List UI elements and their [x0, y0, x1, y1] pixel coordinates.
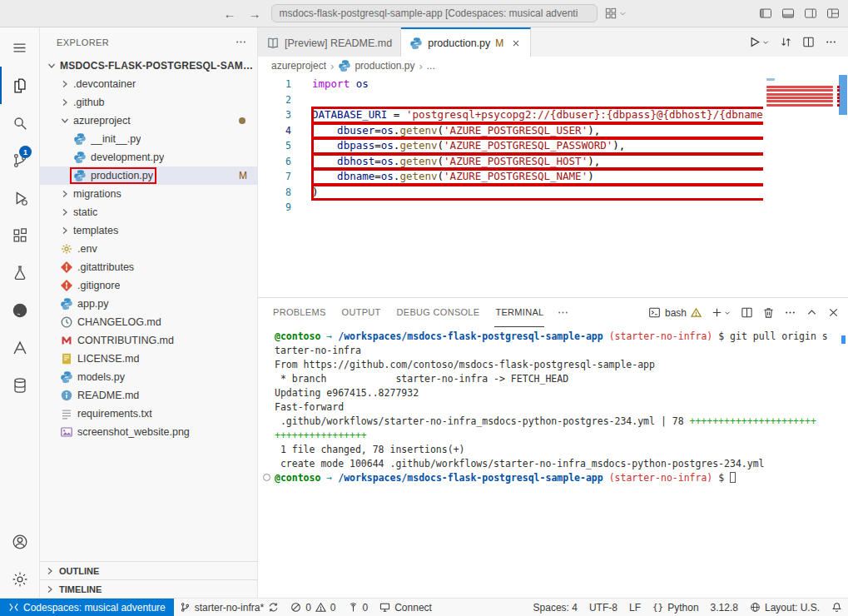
tree-item-production.py[interactable]: production.pyM	[40, 166, 257, 185]
explorer-sidebar: EXPLORER MSDOCS-FLASK-POSTGRESQL-SAMPLE-…	[40, 27, 258, 598]
tree-item-license.md[interactable]: LICENSE.md	[40, 350, 257, 368]
tree-item-templates[interactable]: templates	[40, 221, 257, 240]
github-icon[interactable]	[0, 291, 39, 329]
tree-item-.gitattributes[interactable]: .gitattributes	[40, 258, 257, 276]
testing-icon[interactable]	[0, 254, 39, 291]
tree-item-migrations[interactable]: migrations	[40, 185, 257, 203]
warnings-count: 0	[330, 602, 336, 614]
tree-item-development.py[interactable]: development.py	[40, 148, 257, 166]
back-icon[interactable]: ←	[221, 6, 239, 22]
ports-count: 0	[363, 602, 369, 614]
encoding-status[interactable]: UTF-8	[583, 599, 623, 616]
indentation-status[interactable]: Spaces: 4	[528, 599, 583, 616]
breadcrumb-item-...[interactable]: ...	[427, 60, 435, 72]
outline-section[interactable]: OUTLINE	[40, 561, 257, 579]
tree-item-msdocs-flask-postgresql-sample-...[interactable]: MSDOCS-FLASK-POSTGRESQL-SAMPLE-...	[40, 57, 257, 75]
kill-terminal-icon[interactable]	[762, 306, 775, 319]
timeline-label: TIMELINE	[59, 584, 102, 594]
source-control-icon[interactable]: 1	[0, 142, 39, 179]
explorer-icon[interactable]	[0, 67, 39, 104]
chevron-right-icon	[58, 77, 72, 91]
notifications-status[interactable]	[826, 599, 848, 616]
account-icon[interactable]	[0, 523, 39, 560]
customize-layout-icon[interactable]	[826, 7, 840, 20]
tree-item-readme.md[interactable]: README.md	[40, 386, 257, 405]
error-mark	[837, 104, 840, 107]
language-status[interactable]: {} Python	[647, 599, 705, 616]
forward-icon[interactable]: →	[246, 6, 264, 22]
interpreter-status[interactable]: 3.12.8	[705, 599, 744, 616]
panel-tab-problems[interactable]: PROBLEMS	[272, 298, 327, 327]
tree-item-.github[interactable]: .github	[40, 93, 257, 112]
line-number: 1	[258, 78, 291, 90]
ports-status[interactable]: 0	[342, 599, 374, 616]
panel-tab-list: PROBLEMSOUTPUTDEBUG CONSOLETERMINAL	[272, 298, 544, 327]
close-icon[interactable]	[510, 37, 522, 49]
tab--preview-readme.md[interactable]: [Preview] README.md	[258, 27, 401, 57]
azure-icon[interactable]	[0, 329, 39, 366]
panel-tab-output[interactable]: OUTPUT	[341, 298, 382, 327]
timeline-section[interactable]: TIMELINE	[40, 579, 257, 598]
explorer-actions-icon[interactable]	[235, 36, 247, 48]
code-line-3: 3DATABASE_URI = 'postgresql+psycopg2://{…	[258, 107, 848, 123]
tab-production.py[interactable]: production.pyM	[401, 27, 531, 57]
split-terminal-icon[interactable]	[741, 306, 753, 319]
terminal-shell-item[interactable]: bash	[648, 306, 702, 319]
toggle-primary-sidebar-icon[interactable]	[759, 7, 772, 20]
database-icon[interactable]	[0, 366, 39, 404]
minimap[interactable]	[763, 75, 836, 297]
menu-icon[interactable]	[0, 29, 39, 67]
codespaces-indicator[interactable]	[605, 7, 627, 19]
extensions-icon[interactable]	[0, 216, 39, 254]
run-debug-icon[interactable]	[0, 179, 39, 216]
panel-more-tabs-icon[interactable]	[556, 298, 570, 327]
error-mark	[837, 97, 840, 99]
tree-item-requirements.txt[interactable]: requirements.txt	[40, 405, 257, 423]
language-mode-icon: {}	[652, 602, 663, 613]
line-number: 9	[258, 201, 291, 213]
terminal-output[interactable]: @contoso → /workspaces/msdocs-flask-post…	[258, 327, 848, 598]
settings-gear-icon[interactable]	[0, 560, 39, 598]
connect-label: Connect	[394, 602, 432, 614]
eol-status[interactable]: LF	[623, 599, 647, 616]
open-changes-icon[interactable]	[780, 36, 792, 48]
tree-item-static[interactable]: static	[40, 203, 257, 221]
panel-tab-debug-console[interactable]: DEBUG CONSOLE	[396, 298, 481, 327]
breadcrumb-item-production.py[interactable]: production.py	[338, 59, 414, 72]
connect-status[interactable]: Connect	[374, 599, 438, 616]
run-python-file-button[interactable]	[748, 36, 770, 48]
breadcrumb-item-azureproject[interactable]: azureproject	[271, 60, 326, 72]
tree-item-.devcontainer[interactable]: .devcontainer	[40, 75, 257, 93]
terminal-line: @contoso → /workspaces/msdocs-flask-post…	[275, 471, 836, 485]
tree-item-models.py[interactable]: models.py	[40, 368, 257, 386]
maximize-panel-icon[interactable]	[806, 306, 818, 319]
toggle-secondary-sidebar-icon[interactable]	[804, 7, 817, 20]
new-terminal-button[interactable]	[711, 306, 731, 319]
tree-item-azureproject[interactable]: azureproject	[40, 112, 257, 130]
warning-icon	[691, 307, 702, 318]
toggle-panel-icon[interactable]	[781, 7, 795, 20]
code-editor[interactable]: 1import os23DATABASE_URI = 'postgresql+p…	[258, 75, 848, 297]
line-number: 6	[258, 156, 291, 167]
tree-item-changelog.md[interactable]: CHANGELOG.md	[40, 313, 257, 331]
tree-item-contributing.md[interactable]: CONTRIBUTING.md	[40, 331, 257, 350]
panel-more-actions-icon[interactable]	[784, 306, 796, 319]
problems-status[interactable]: 0 0	[285, 599, 341, 616]
tree-item-.gitignore[interactable]: .gitignore	[40, 276, 257, 295]
branch-status[interactable]: starter-no-infra*	[174, 599, 285, 616]
remote-status[interactable]: Codespaces: musical adventure	[0, 599, 174, 616]
search-icon[interactable]	[0, 104, 39, 142]
tree-item-app.py[interactable]: app.py	[40, 295, 257, 313]
more-actions-icon[interactable]	[825, 36, 837, 48]
scrollbar-thumb[interactable]	[839, 75, 847, 115]
line-number: 5	[258, 140, 291, 152]
tree-item-__init__.py[interactable]: __init__.py	[40, 130, 257, 148]
panel-tab-terminal[interactable]: TERMINAL	[494, 298, 544, 327]
line-number: 8	[258, 186, 291, 198]
split-editor-icon[interactable]	[802, 36, 815, 48]
close-panel-icon[interactable]	[827, 306, 840, 319]
command-center[interactable]: msdocs-flask-postgresql-sample-app [Code…	[271, 4, 598, 22]
keyboard-layout-status[interactable]: Layout: U.S.	[744, 599, 826, 616]
tree-item-.env[interactable]: .env	[40, 240, 257, 258]
tree-item-screenshot_website.png[interactable]: screenshot_website.png	[40, 423, 257, 441]
